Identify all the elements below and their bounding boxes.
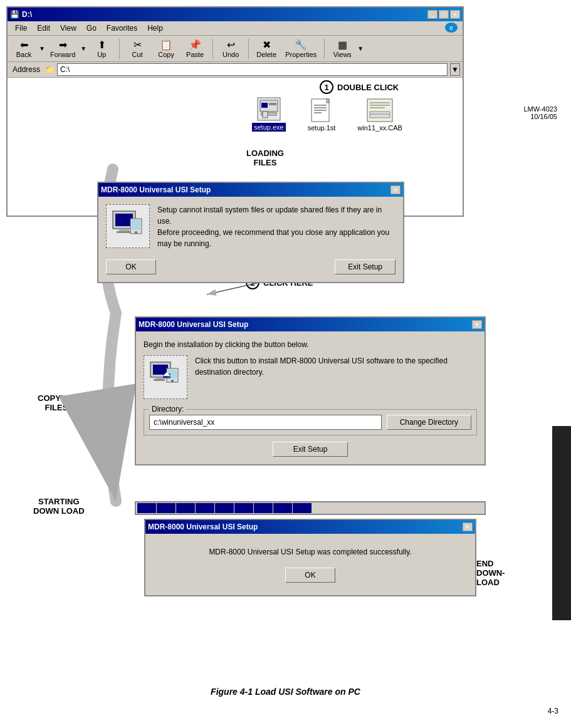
forward-dropdown[interactable]: ▼ [80,45,86,52]
menu-view[interactable]: View [58,23,79,34]
back-icon: ⬅ [20,39,28,51]
progress-block [176,503,195,513]
setup-exe-icon[interactable]: setup.exe [252,96,286,132]
progress-block [215,503,234,513]
dialog-3-ok-button[interactable]: OK [285,568,335,583]
progress-block [273,503,292,513]
back-button[interactable]: ⬅ Back [10,38,38,60]
up-button[interactable]: ⬆ Up [88,38,115,60]
menu-edit[interactable]: Edit [34,23,53,34]
end-download-label: END DOWN- LOAD [476,559,505,587]
directory-row: Change Directory [149,415,471,430]
dialog-3-buttons: OK [158,568,463,583]
views-button[interactable]: ▦ Views [328,38,356,60]
separator-3 [248,39,249,59]
svg-rect-26 [153,365,168,375]
separator-4 [324,39,325,59]
address-label: Address [10,65,43,75]
svg-rect-16 [370,112,390,118]
svg-point-24 [135,231,137,234]
separator-2 [212,39,213,59]
svg-rect-27 [155,377,163,379]
install-icon [148,360,183,395]
file-list: setup.exe setup.1st [252,96,402,132]
svg-marker-7 [327,99,329,103]
dialog-1-body: Setup cannot install system files or upd… [98,197,403,282]
dialog-2-exit-button[interactable]: Exit Setup [273,442,348,457]
side-tab-bar [552,426,571,620]
back-dropdown[interactable]: ▼ [39,45,45,52]
undo-button[interactable]: ↩ Undo [217,38,244,60]
directory-section: Directory: Change Directory [144,409,477,435]
undo-icon: ↩ [227,39,235,51]
properties-button[interactable]: 🔧 Properties [281,38,320,60]
paste-button[interactable]: 📌 Paste [181,38,209,60]
win11-cab-image [366,98,394,123]
copying-files-label: COPYING FILES [38,393,75,412]
progress-blocks [137,503,312,513]
copy-icon: 📋 [160,39,172,51]
delete-button[interactable]: ✖ Delete [253,38,280,60]
dialog-2-icon[interactable] [144,355,187,399]
dialog-3-title: MDR-8000 Universal USI Setup × [145,520,475,534]
double-click-label: 1 DOUBLE CLICK [320,80,399,94]
menu-help[interactable]: Help [145,23,165,34]
dialog-3-message: MDR-8000 Universal USI Setup was complet… [158,546,463,558]
dialog-1-content: Setup cannot install system files or upd… [106,204,396,249]
svg-rect-23 [132,220,140,230]
address-bar: Address 📁 C:\ ▼ [8,62,463,78]
toolbar: ⬅ Back ▼ ➡ Forward ▼ ⬆ Up ✂ Cut 📋 Copy 📌… [8,36,463,62]
menu-go[interactable]: Go [84,23,99,34]
setup-1st-icon[interactable]: setup.1st [308,98,336,132]
title-bar-controls: _ □ × [427,10,460,19]
dialog-2-close[interactable]: × [472,320,482,329]
svg-rect-28 [154,379,165,381]
directory-input[interactable] [149,415,382,430]
views-dropdown[interactable]: ▼ [357,45,364,52]
menu-bar: File Edit View Go Favorites Help e [8,21,463,36]
address-input[interactable]: C:\ [57,63,448,76]
dialog-1-ok-button[interactable]: OK [106,259,156,274]
dialog-3-close[interactable]: × [463,523,473,531]
svg-rect-3 [269,103,276,105]
win11-cab-icon[interactable]: win11_xx.CAB [357,98,402,132]
dialog-1-title: MDR-8000 Universal USI Setup × [98,183,403,197]
starting-download-label: STARTING DOWN LOAD [33,497,85,516]
svg-rect-21 [117,231,132,233]
dialog-2-title: MDR-8000 Universal USI Setup × [136,318,485,331]
close-button[interactable]: × [450,10,460,19]
minimize-button[interactable]: _ [427,10,437,19]
forward-button[interactable]: ➡ Forward [46,38,79,60]
dialog-1: MDR-8000 Universal USI Setup × Setup can… [97,182,404,283]
dialog-1-icon [106,204,150,248]
dialog-2-intro: Begin the installation by clicking the b… [144,339,477,350]
svg-rect-12 [367,99,392,122]
explorer-title-bar: 💾 D:\ _ □ × [8,8,463,21]
menu-file[interactable]: File [13,23,29,34]
dialog-1-buttons: OK Exit Setup [106,259,396,274]
progress-block [196,503,214,513]
maximize-button[interactable]: □ [439,10,449,19]
computer-setup-icon [110,209,145,244]
win11-cab-label: win11_xx.CAB [357,124,402,132]
directory-label: Directory: [149,405,186,413]
forward-icon: ➡ [59,39,67,51]
setup-exe-image [256,96,281,122]
svg-rect-5 [263,112,268,118]
change-directory-button[interactable]: Change Directory [387,415,471,430]
dialog-2-body: Begin the installation by clicking the b… [136,331,485,464]
setup-1st-label: setup.1st [308,124,336,132]
address-dropdown[interactable]: ▼ [450,63,460,76]
cut-button[interactable]: ✂ Cut [123,38,151,60]
progress-block [254,503,273,513]
dialog-1-close[interactable]: × [390,185,401,194]
menu-favorites[interactable]: Favorites [104,23,140,34]
copy-button[interactable]: 📋 Copy [152,38,180,60]
paste-icon: 📌 [189,39,201,51]
dialog-2-description: Click this button to install MDR-8000 Un… [195,355,477,378]
step-1-circle: 1 [320,80,333,94]
figure-caption: Figure 4-1 Load USI Software on PC [211,687,360,697]
svg-point-31 [171,380,174,382]
dialog-3: MDR-8000 Universal USI Setup × MDR-8000 … [144,519,476,596]
dialog-1-exit-button[interactable]: Exit Setup [335,259,396,274]
